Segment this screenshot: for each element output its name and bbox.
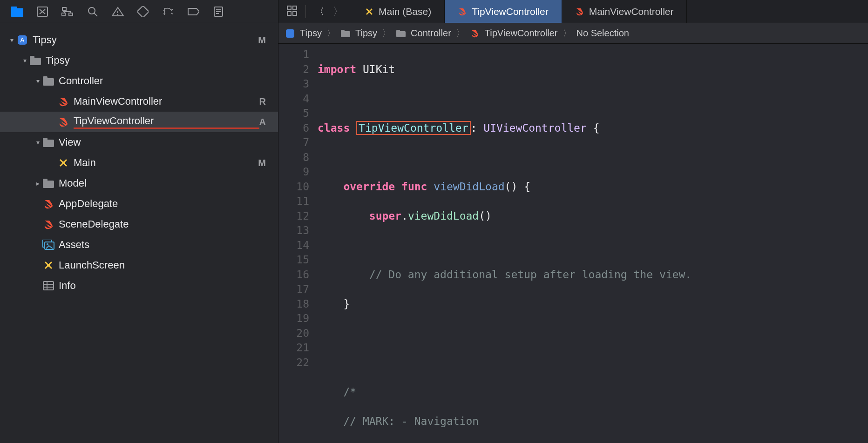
folder-view-row[interactable]: ▾ View xyxy=(0,132,278,153)
file-scenedelegate-row[interactable]: SceneDelegate xyxy=(0,214,278,235)
storyboard-icon xyxy=(42,260,55,270)
issues-icon[interactable] xyxy=(112,7,124,17)
related-items-icon[interactable] xyxy=(287,6,297,18)
navigator-sidebar: ▾ A Tipsy M ▾ Tipsy ▾ Controller xyxy=(0,0,278,443)
tab-label: Main (Base) xyxy=(379,6,431,17)
chevron-down-icon[interactable]: ▾ xyxy=(7,36,16,44)
svg-point-40 xyxy=(47,264,50,267)
file-label: Main xyxy=(74,157,258,169)
project-root-row[interactable]: ▾ A Tipsy M xyxy=(0,30,278,50)
swift-file-icon xyxy=(57,96,70,107)
swift-file-icon xyxy=(42,199,55,209)
chevron-right-icon: 〉 xyxy=(382,27,391,40)
folder-controller-row[interactable]: ▾ Controller xyxy=(0,71,278,91)
folder-icon xyxy=(42,76,55,86)
project-name: Tipsy xyxy=(33,34,258,46)
file-label: Assets xyxy=(59,239,266,251)
swift-file-icon xyxy=(57,117,70,127)
plist-icon xyxy=(42,281,55,290)
svg-rect-55 xyxy=(396,30,400,33)
crumb-file[interactable]: TipViewController xyxy=(485,28,558,39)
tab-main-storyboard[interactable]: Main (Base) xyxy=(352,0,445,23)
group-name: Tipsy xyxy=(46,54,266,67)
scm-status: M xyxy=(258,158,266,168)
svg-rect-6 xyxy=(61,13,65,16)
file-launchscreen-row[interactable]: LaunchScreen xyxy=(0,255,278,275)
svg-rect-7 xyxy=(69,13,73,16)
tests-icon[interactable] xyxy=(137,7,149,17)
svg-marker-17 xyxy=(188,8,199,15)
svg-rect-16 xyxy=(137,6,149,17)
chevron-down-icon[interactable]: ▾ xyxy=(34,139,42,146)
scm-status: A xyxy=(259,117,266,128)
file-info-row[interactable]: Info xyxy=(0,275,278,296)
jump-bar[interactable]: Tipsy 〉 Tipsy 〉 Controller 〉 TipViewCont… xyxy=(278,23,868,44)
class-name-highlight: TipViewController xyxy=(356,121,470,135)
file-label: TipViewController xyxy=(74,115,259,129)
group-row[interactable]: ▾ Tipsy xyxy=(0,50,278,71)
folder-label: Controller xyxy=(59,75,266,87)
crumb-selection[interactable]: No Selection xyxy=(576,28,629,39)
search-icon[interactable] xyxy=(87,7,99,17)
source-control-icon[interactable] xyxy=(36,7,48,17)
svg-rect-46 xyxy=(293,6,297,10)
folder-icon xyxy=(340,28,351,39)
scm-status: R xyxy=(259,96,266,107)
svg-rect-45 xyxy=(287,6,291,10)
breakpoints-icon[interactable] xyxy=(187,7,199,17)
file-label: SceneDelegate xyxy=(59,218,266,230)
code-content[interactable]: import UIKit class TipViewController: UI… xyxy=(316,44,698,443)
file-tipvc-row[interactable]: TipViewController A xyxy=(0,112,278,132)
svg-rect-29 xyxy=(43,138,47,141)
line-gutter: 12345678910111213141516171819202122 xyxy=(278,44,316,443)
file-label: LaunchScreen xyxy=(59,259,266,271)
scm-status: M xyxy=(258,35,266,46)
file-appdelegate-row[interactable]: AppDelegate xyxy=(0,194,278,214)
folder-label: Model xyxy=(59,177,266,189)
reports-icon[interactable] xyxy=(212,7,224,17)
folder-icon[interactable] xyxy=(11,7,23,17)
tab-mainvc[interactable]: MainViewController xyxy=(562,0,687,23)
symbols-icon[interactable] xyxy=(61,7,74,17)
folder-icon xyxy=(42,179,55,188)
svg-point-15 xyxy=(117,13,118,14)
storyboard-icon xyxy=(57,158,70,168)
file-label: Info xyxy=(59,280,266,292)
crumb-group[interactable]: Tipsy xyxy=(355,28,377,39)
svg-rect-5 xyxy=(62,7,66,10)
file-assets-row[interactable]: Assets xyxy=(0,235,278,255)
svg-point-32 xyxy=(62,161,65,164)
swift-file-icon xyxy=(458,7,467,16)
svg-point-37 xyxy=(47,243,48,245)
folder-icon xyxy=(29,56,42,65)
crumb-root[interactable]: Tipsy xyxy=(300,28,322,39)
chevron-right-icon: 〉 xyxy=(326,27,336,40)
folder-label: View xyxy=(59,136,266,148)
chevron-down-icon[interactable]: ▾ xyxy=(34,77,42,85)
storyboard-icon xyxy=(365,7,374,16)
app-project-icon: A xyxy=(16,34,29,46)
folder-model-row[interactable]: ▸ Model xyxy=(0,173,278,194)
chevron-down-icon[interactable]: ▾ xyxy=(20,57,29,64)
crumb-folder[interactable]: Controller xyxy=(411,28,451,39)
swift-file-icon xyxy=(575,7,584,16)
editor-tabbar: 〈 〉 Main (Base) TipViewController MainVi… xyxy=(278,0,868,23)
folder-icon xyxy=(42,138,55,147)
tab-tipvc[interactable]: TipViewController xyxy=(445,0,562,23)
app-project-icon xyxy=(285,28,295,39)
svg-rect-25 xyxy=(30,56,34,59)
svg-rect-47 xyxy=(287,12,291,15)
file-label: MainViewController xyxy=(74,95,259,107)
file-mainvc-row[interactable]: MainViewController R xyxy=(0,91,278,112)
debug-icon[interactable] xyxy=(162,7,174,17)
file-label: AppDelegate xyxy=(59,198,266,210)
file-storyboard-row[interactable]: Main M xyxy=(0,153,278,173)
svg-text:A: A xyxy=(20,36,25,44)
svg-rect-53 xyxy=(341,30,345,33)
code-editor[interactable]: 12345678910111213141516171819202122 impo… xyxy=(278,44,868,443)
nav-forward-icon[interactable]: 〉 xyxy=(333,5,343,19)
nav-back-icon[interactable]: 〈 xyxy=(314,5,325,19)
folder-icon xyxy=(396,28,406,39)
chevron-right-icon[interactable]: ▸ xyxy=(34,180,42,187)
editor-pane: 〈 〉 Main (Base) TipViewController MainVi… xyxy=(278,0,868,443)
